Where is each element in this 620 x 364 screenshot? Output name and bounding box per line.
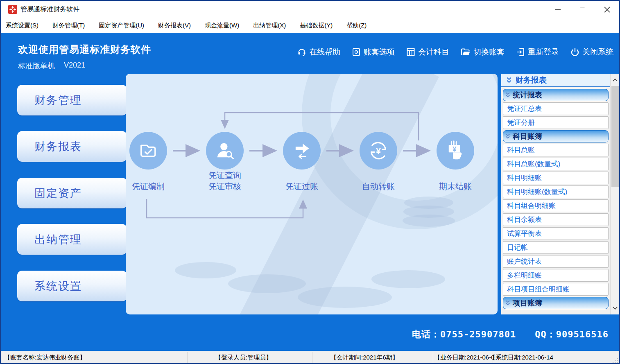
sidebar-item-financial-reports[interactable]: 财务报表 bbox=[17, 131, 127, 162]
user-audit-icon bbox=[214, 140, 235, 161]
reports-scrollbar[interactable] bbox=[610, 74, 619, 314]
menu-item-cash-flow[interactable]: 现金流量(W) bbox=[204, 20, 240, 31]
report-item[interactable]: 科目明细账 bbox=[503, 172, 609, 184]
workflow-step-voucher-audit[interactable] bbox=[206, 132, 244, 170]
menu-item-financial-reports[interactable]: 财务报表(V) bbox=[157, 20, 192, 31]
menu-item-finance-management[interactable]: 财务管理(T) bbox=[52, 20, 86, 31]
close-button[interactable] bbox=[595, 1, 619, 18]
folder-check-icon bbox=[138, 140, 159, 161]
reports-panel-header[interactable]: 财务报表 bbox=[501, 74, 610, 87]
contact-info: 电话：0755-25907801 QQ：909516516 bbox=[412, 328, 609, 341]
report-item[interactable]: 科目总账(数量式) bbox=[503, 158, 609, 170]
post-arrow-icon bbox=[291, 140, 312, 161]
qq-number: QQ：909516516 bbox=[535, 328, 609, 341]
sidebar-item-finance-management[interactable]: 财务管理 bbox=[17, 85, 127, 115]
report-item[interactable]: 试算平衡表 bbox=[503, 227, 609, 240]
menu-bar: 系统设置(S) 财务管理(T) 固定资产管理(U) 财务报表(V) 现金流量(W… bbox=[1, 18, 619, 33]
app-window: 管易通标准财务软件 系统设置(S) 财务管理(T) 固定资产管理(U) 财务报表… bbox=[0, 0, 620, 364]
scroll-up-button[interactable] bbox=[611, 75, 619, 85]
workflow-step-auto-transfer[interactable]: ¥ bbox=[360, 132, 397, 170]
toolbar-online-help[interactable]: 在线帮助 bbox=[297, 47, 340, 57]
workflow-label-period-closing[interactable]: 期末结账 bbox=[419, 181, 492, 192]
report-item[interactable]: 日记帐 bbox=[503, 241, 609, 254]
workflow-label-voucher-posting[interactable]: 凭证过账 bbox=[265, 181, 339, 192]
report-section-label: 统计报表 bbox=[513, 90, 542, 100]
toolbar-account-options[interactable]: 账套选项 bbox=[352, 47, 395, 57]
toolbar-label: 会计科目 bbox=[418, 47, 449, 57]
maximize-icon bbox=[580, 7, 585, 12]
double-chevron-down-icon bbox=[505, 133, 510, 139]
report-item[interactable]: 多栏明细账 bbox=[503, 269, 609, 282]
status-accounting-period: 【会计期间:2021年6期】 bbox=[330, 354, 398, 362]
workflow-step-voucher-entry[interactable] bbox=[129, 132, 167, 170]
report-section-header[interactable]: 科目账簿 bbox=[503, 130, 609, 142]
minimize-button[interactable] bbox=[545, 1, 570, 18]
menu-item-system-settings[interactable]: 系统设置(S) bbox=[5, 20, 39, 31]
workflow-step-period-closing[interactable]: ¥ bbox=[437, 132, 474, 170]
workflow-connectors bbox=[126, 74, 498, 314]
workflow-label-auto-transfer[interactable]: 自动转账 bbox=[342, 181, 415, 192]
chevron-down-icon bbox=[613, 307, 618, 310]
relogin-icon bbox=[516, 47, 525, 57]
close-icon bbox=[604, 7, 610, 13]
reports-list: 统计报表 凭证汇总表 凭证分册 科目账簿 科目总账 科目总账(数量式) 科目明细… bbox=[501, 89, 610, 309]
toolbar-accounting-subjects[interactable]: 会计科目 bbox=[406, 47, 449, 57]
toolbar-relogin[interactable]: 重新登录 bbox=[516, 47, 559, 57]
report-item[interactable]: 凭证分册 bbox=[503, 116, 609, 129]
title-bar: 管易通标准财务软件 bbox=[1, 1, 619, 18]
report-item[interactable]: 科目明细账(数量式) bbox=[503, 185, 609, 198]
chevron-up-icon bbox=[613, 78, 618, 81]
scrollbar-thumb[interactable] bbox=[611, 86, 619, 187]
window-title: 管易通标准财务软件 bbox=[20, 5, 79, 14]
toolbar-label: 切换账套 bbox=[473, 47, 505, 57]
status-separator bbox=[433, 352, 433, 363]
sidebar-item-fixed-assets[interactable]: 固定资产 bbox=[17, 178, 127, 208]
toolbar-switch-account[interactable]: 切换账套 bbox=[461, 47, 505, 57]
toolbar-shutdown[interactable]: 关闭系统 bbox=[570, 47, 613, 57]
workflow-label-line2: 凭证审核 bbox=[188, 181, 262, 192]
status-business-date: 【业务日期:2021-06-0 bbox=[434, 354, 495, 362]
workflow-label-voucher-entry[interactable]: 凭证编制 bbox=[126, 181, 185, 192]
subjects-grid-icon bbox=[406, 47, 415, 57]
report-item[interactable]: 账户统计表 bbox=[503, 255, 609, 268]
status-login-user: 【登录人员:管理员】 bbox=[215, 354, 272, 362]
resize-grip-icon[interactable] bbox=[613, 357, 618, 363]
sidebar-item-system-settings[interactable]: 系统设置 bbox=[17, 271, 127, 301]
report-section-label: 项目账簿 bbox=[513, 298, 542, 308]
workflow-step-voucher-posting[interactable] bbox=[283, 132, 321, 170]
report-item[interactable]: 科目项目组合明细账 bbox=[503, 283, 609, 296]
scroll-down-button[interactable] bbox=[611, 303, 619, 314]
status-separator bbox=[493, 352, 493, 363]
report-item[interactable]: 凭证汇总表 bbox=[503, 102, 609, 115]
double-chevron-down-icon bbox=[506, 77, 512, 84]
version-label: V2021 bbox=[64, 61, 85, 71]
workflow-label-line1: 凭证查询 bbox=[188, 170, 262, 181]
report-item[interactable]: 科目组合明细账 bbox=[503, 199, 609, 212]
svg-text:¥: ¥ bbox=[376, 146, 381, 156]
header-toolbar: 在线帮助 账套选项 会计科目 切换账套 bbox=[297, 47, 613, 57]
double-chevron-down-icon bbox=[505, 300, 510, 306]
status-separator bbox=[312, 352, 312, 363]
menu-item-cashier-management[interactable]: 出纳管理(X) bbox=[252, 20, 287, 31]
toolbar-label: 关闭系统 bbox=[582, 47, 613, 57]
settle-icon: ¥ bbox=[445, 140, 466, 161]
app-logo-icon bbox=[8, 5, 17, 14]
menu-item-help[interactable]: 帮助(Z) bbox=[346, 20, 367, 31]
power-icon bbox=[570, 47, 579, 57]
report-section-header[interactable]: 统计报表 bbox=[503, 89, 609, 101]
workflow-label-voucher-audit[interactable]: 凭证查询 凭证审核 bbox=[188, 170, 262, 192]
report-item[interactable]: 科目余额表 bbox=[503, 213, 609, 226]
edition-version: 标准版单机 V2021 bbox=[18, 61, 85, 71]
menu-item-fixed-assets[interactable]: 固定资产管理(U) bbox=[98, 20, 145, 31]
account-options-icon bbox=[352, 47, 361, 57]
report-item[interactable]: 科目总账 bbox=[503, 144, 609, 156]
menu-item-base-data[interactable]: 基础数据(Y) bbox=[299, 20, 333, 31]
report-section-label: 科目账簿 bbox=[513, 131, 542, 141]
sidebar-item-cashier-management[interactable]: 出纳管理 bbox=[17, 224, 127, 255]
toolbar-label: 重新登录 bbox=[528, 47, 559, 57]
phone-number: 电话：0755-25907801 bbox=[412, 328, 516, 341]
maximize-button[interactable] bbox=[570, 1, 595, 18]
workflow-panel: ¥ ¥ 凭证编制 凭证查询 凭证审核 凭证过账 自动转账 期末结账 bbox=[126, 74, 498, 314]
report-section-header[interactable]: 项目账簿 bbox=[503, 297, 609, 309]
status-system-date: 【系统日期:2021-06-14 bbox=[489, 354, 553, 362]
